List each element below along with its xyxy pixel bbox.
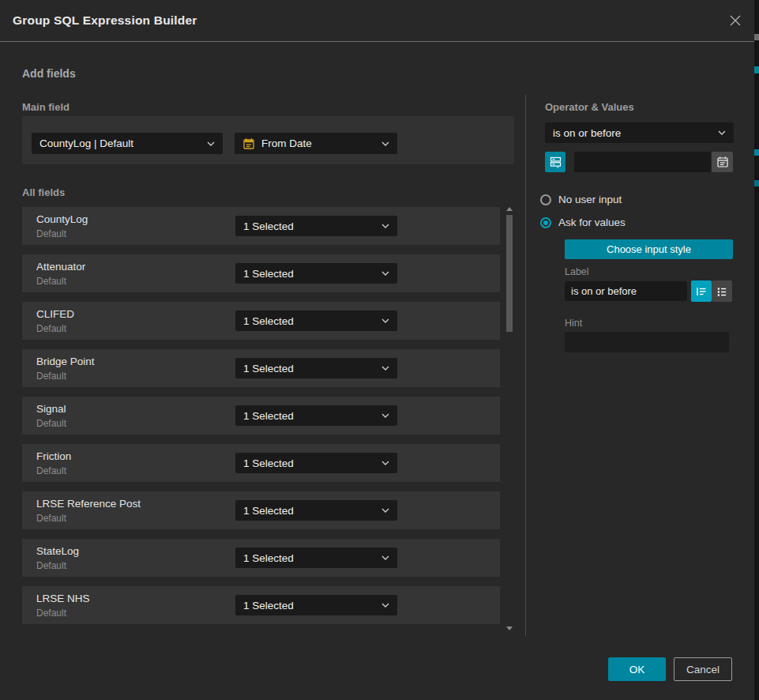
field-subtitle: Default [36, 418, 66, 429]
field-row: LRSE Reference Post Default 1 Selected [22, 491, 500, 529]
radio-ask-for-values[interactable]: Ask for values [540, 216, 626, 228]
chevron-down-icon [381, 461, 389, 465]
cancel-button[interactable]: Cancel [674, 657, 732, 681]
radio-no-user-input[interactable]: No user input [540, 194, 622, 205]
edge-fragment [754, 180, 759, 186]
label-style-left-button[interactable] [691, 280, 712, 302]
radio-selected-icon[interactable] [540, 217, 551, 228]
label-input[interactable] [565, 281, 687, 301]
field-subtitle: Default [36, 276, 66, 287]
chevron-down-icon [381, 141, 389, 146]
date-picker-button[interactable] [712, 152, 733, 172]
label-field-label: Label [565, 266, 589, 277]
choose-input-style-button[interactable]: Choose input style [565, 239, 733, 259]
ok-button[interactable]: OK [608, 657, 666, 681]
field-selected-value: 1 Selected [243, 505, 381, 517]
field-values-select[interactable]: 1 Selected [235, 263, 397, 284]
field-name: LRSE Reference Post [36, 498, 141, 510]
field-row: Signal Default 1 Selected [22, 397, 500, 435]
field-row: StateLog Default 1 Selected [22, 539, 500, 577]
dialog-title-bar: Group SQL Expression Builder [0, 0, 754, 42]
field-name: CountyLog [36, 213, 88, 225]
field-values-select[interactable]: 1 Selected [235, 500, 397, 521]
chevron-down-icon [381, 508, 389, 513]
field-name: Attenuator [36, 261, 85, 273]
field-subtitle: Default [36, 323, 66, 334]
close-button[interactable] [727, 13, 743, 28]
main-field-heading: Main field [22, 101, 70, 113]
field-subtitle: Default [36, 513, 66, 524]
chevron-down-icon [718, 130, 726, 135]
field-selected-value: 1 Selected [243, 552, 381, 564]
radio-circle-icon[interactable] [540, 194, 551, 205]
calendar-icon [242, 137, 255, 150]
scroll-up-icon[interactable] [506, 207, 513, 211]
field-values-select[interactable]: 1 Selected [235, 548, 397, 568]
field-subtitle: Default [36, 560, 66, 571]
value-input-type-button[interactable] [545, 152, 565, 172]
field-values-select[interactable]: 1 Selected [235, 310, 397, 331]
chevron-down-icon [381, 366, 389, 371]
field-row: LRSE NHS Default 1 Selected [22, 586, 500, 624]
hint-field-label: Hint [565, 318, 582, 329]
field-row: Friction Default 1 Selected [22, 444, 500, 482]
label-style-list-button[interactable] [712, 280, 732, 302]
field-selected-value: 1 Selected [243, 600, 381, 612]
main-field-select-value: From Date [261, 137, 381, 149]
operator-select[interactable]: is on or before [545, 122, 734, 143]
field-selected-value: 1 Selected [243, 457, 381, 469]
layer-select[interactable]: CountyLog | Default [32, 133, 223, 154]
field-name: StateLog [36, 545, 79, 557]
add-fields-heading: Add fields [22, 67, 76, 80]
input-style-icon [549, 156, 562, 169]
field-name: CLIFED [36, 308, 74, 320]
align-left-icon [695, 285, 708, 298]
field-subtitle: Default [36, 228, 66, 239]
list-icon [716, 285, 728, 298]
field-values-select[interactable]: 1 Selected [235, 405, 397, 426]
field-name: LRSE NHS [36, 593, 90, 604]
edge-fragment [754, 66, 759, 73]
edge-fragment [754, 149, 759, 156]
value-input[interactable] [574, 152, 711, 172]
radio-no-user-input-label: No user input [558, 194, 622, 205]
operator-select-value: is on or before [553, 127, 718, 139]
field-selected-value: 1 Selected [243, 363, 381, 374]
all-fields-list: CountyLog Default 1 Selected Attenuator … [22, 207, 500, 624]
background-app-edge [754, 0, 759, 700]
chevron-down-icon [381, 603, 389, 608]
chevron-down-icon [381, 555, 389, 560]
field-values-select[interactable]: 1 Selected [235, 358, 397, 378]
field-row: Attenuator Default 1 Selected [22, 254, 500, 292]
close-icon [728, 13, 742, 28]
chevron-down-icon [381, 271, 389, 276]
field-name: Signal [36, 403, 66, 415]
field-values-select[interactable]: 1 Selected [235, 216, 397, 236]
layer-select-value: CountyLog | Default [39, 137, 207, 149]
calendar-picker-icon [716, 156, 729, 168]
field-values-select[interactable]: 1 Selected [235, 595, 397, 615]
field-row: CLIFED Default 1 Selected [22, 302, 500, 340]
all-fields-heading: All fields [22, 186, 65, 198]
scrollbar-thumb[interactable] [506, 215, 513, 332]
field-name: Bridge Point [36, 356, 95, 367]
operator-values-heading: Operator & Values [545, 101, 634, 113]
fields-scrollbar[interactable] [505, 205, 513, 632]
field-row: CountyLog Default 1 Selected [22, 207, 500, 245]
panel-divider [525, 95, 526, 636]
field-row: Bridge Point Default 1 Selected [22, 349, 500, 387]
main-field-select[interactable]: From Date [235, 133, 397, 154]
field-subtitle: Default [36, 371, 66, 382]
chevron-down-icon [381, 318, 389, 323]
scroll-down-icon[interactable] [506, 627, 513, 630]
field-subtitle: Default [36, 465, 66, 476]
field-selected-value: 1 Selected [243, 315, 381, 327]
field-selected-value: 1 Selected [243, 220, 381, 232]
field-values-select[interactable]: 1 Selected [235, 453, 397, 473]
hint-input[interactable] [565, 332, 729, 352]
chevron-down-icon [207, 141, 215, 146]
field-selected-value: 1 Selected [243, 268, 381, 280]
field-name: Friction [36, 450, 71, 462]
field-subtitle: Default [36, 608, 66, 619]
radio-ask-for-values-label: Ask for values [558, 216, 626, 228]
